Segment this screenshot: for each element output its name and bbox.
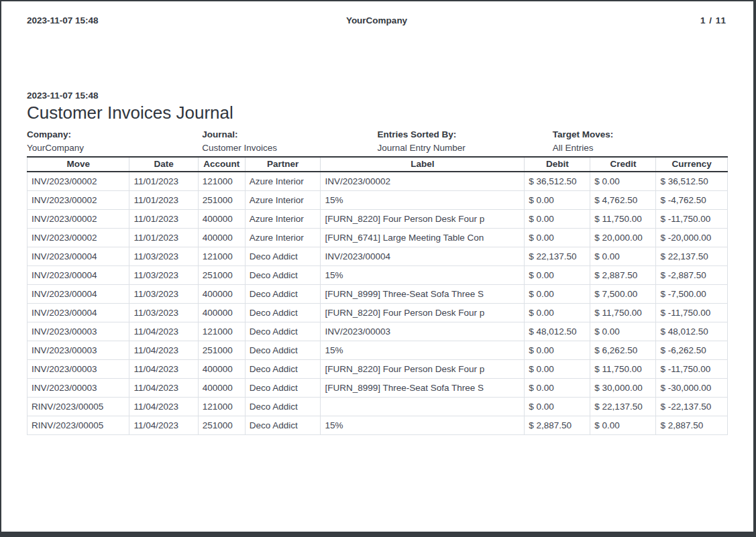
cell-partner: Deco Addict [245, 398, 321, 416]
cell-currency: $ -2,887.50 [656, 266, 728, 285]
cell-label: [FURN_6741] Large Meeting Table Con [321, 229, 525, 247]
cell-currency: $ 2,887.50 [656, 416, 728, 435]
column-header-date: Date [129, 157, 198, 172]
cell-debit: $ 0.00 [525, 191, 590, 210]
cell-account: 251000 [198, 191, 245, 210]
table-row: INV/2023/0000411/03/2023251000Deco Addic… [28, 266, 728, 285]
meta-company-value: YourCompany [27, 143, 202, 153]
meta-journal: Journal: Customer Invoices [202, 129, 377, 153]
cell-currency: $ -30,000.00 [656, 379, 728, 398]
cell-move: INV/2023/00002 [28, 229, 129, 247]
cell-label: INV/2023/00002 [321, 172, 525, 191]
table-row: INV/2023/0000311/04/2023251000Deco Addic… [28, 341, 728, 360]
header-pagination: 1 / 11 [493, 15, 726, 25]
cell-debit: $ 0.00 [525, 210, 590, 229]
report-body: 2023-11-07 15:48 Customer Invoices Journ… [1, 91, 753, 435]
cell-date: 11/04/2023 [129, 322, 198, 341]
cell-partner: Deco Addict [245, 247, 321, 266]
cell-credit: $ 0.00 [590, 322, 656, 341]
cell-currency: $ -4,762.50 [656, 191, 728, 210]
meta-target-moves-label: Target Moves: [553, 129, 728, 139]
cell-credit: $ 2,887.50 [590, 266, 656, 285]
cell-date: 11/03/2023 [129, 285, 198, 304]
cell-label: INV/2023/00004 [321, 247, 525, 266]
cell-currency: $ 48,012.50 [656, 322, 728, 341]
cell-partner: Deco Addict [245, 360, 321, 379]
cell-date: 11/04/2023 [129, 416, 198, 435]
cell-label: 15% [321, 191, 525, 210]
meta-target-moves: Target Moves: All Entries [553, 129, 728, 153]
cell-partner: Deco Addict [245, 285, 321, 304]
meta-sorted-by: Entries Sorted By: Journal Entry Number [378, 129, 553, 153]
cell-account: 400000 [198, 360, 245, 379]
report-running-header: 2023-11-07 15:48 YourCompany 1 / 11 [1, 1, 753, 25]
cell-partner: Azure Interior [245, 229, 321, 247]
cell-account: 251000 [198, 266, 245, 285]
cell-move: INV/2023/00004 [28, 304, 129, 322]
cell-date: 11/01/2023 [129, 229, 198, 247]
cell-currency: $ -20,000.00 [656, 229, 728, 247]
cell-label: [FURN_8999] Three-Seat Sofa Three S [321, 285, 525, 304]
cell-credit: $ 0.00 [590, 416, 656, 435]
cell-account: 121000 [198, 247, 245, 266]
cell-currency: $ -11,750.00 [656, 360, 728, 379]
cell-debit: $ 0.00 [525, 398, 590, 416]
cell-date: 11/01/2023 [129, 210, 198, 229]
cell-move: INV/2023/00003 [28, 360, 129, 379]
cell-move: INV/2023/00004 [28, 266, 129, 285]
cell-move: INV/2023/00004 [28, 247, 129, 266]
cell-move: INV/2023/00002 [28, 210, 129, 229]
table-row: INV/2023/0000311/04/2023400000Deco Addic… [28, 379, 728, 398]
column-header-partner: Partner [245, 157, 321, 172]
cell-credit: $ 30,000.00 [590, 379, 656, 398]
cell-date: 11/01/2023 [129, 191, 198, 210]
cell-account: 400000 [198, 229, 245, 247]
cell-credit: $ 0.00 [590, 247, 656, 266]
cell-currency: $ 36,512.50 [656, 172, 728, 191]
column-header-move: Move [28, 157, 129, 172]
cell-debit: $ 0.00 [525, 266, 590, 285]
meta-company-label: Company: [27, 129, 202, 139]
cell-debit: $ 0.00 [525, 229, 590, 247]
cell-move: INV/2023/00003 [28, 379, 129, 398]
meta-journal-value: Customer Invoices [202, 143, 377, 153]
cell-date: 11/04/2023 [129, 341, 198, 360]
table-row: RINV/2023/0000511/04/2023251000Deco Addi… [28, 416, 728, 435]
cell-account: 251000 [198, 416, 245, 435]
cell-move: INV/2023/00002 [28, 191, 129, 210]
column-header-credit: Credit [590, 157, 656, 172]
column-header-label: Label [321, 157, 525, 172]
table-row: INV/2023/0000211/01/2023251000Azure Inte… [28, 191, 728, 210]
table-row: INV/2023/0000211/01/2023400000Azure Inte… [28, 229, 728, 247]
meta-company: Company: YourCompany [27, 129, 202, 153]
cell-credit: $ 0.00 [590, 172, 656, 191]
cell-label: [FURN_8220] Four Person Desk Four p [321, 360, 525, 379]
header-datetime: 2023-11-07 15:48 [27, 15, 260, 25]
journal-entries-table: MoveDateAccountPartnerLabelDebitCreditCu… [27, 156, 728, 435]
table-row: INV/2023/0000211/01/2023400000Azure Inte… [28, 210, 728, 229]
report-meta: Company: YourCompany Journal: Customer I… [27, 129, 728, 153]
cell-account: 400000 [198, 304, 245, 322]
cell-label: 15% [321, 266, 525, 285]
cell-move: RINV/2023/00005 [28, 398, 129, 416]
cell-account: 121000 [198, 322, 245, 341]
cell-currency: $ -7,500.00 [656, 285, 728, 304]
cell-label: 15% [321, 416, 525, 435]
cell-date: 11/03/2023 [129, 247, 198, 266]
journal-table-body: INV/2023/0000211/01/2023121000Azure Inte… [28, 172, 728, 435]
cell-currency: $ 22,137.50 [656, 247, 728, 266]
cell-partner: Azure Interior [245, 191, 321, 210]
header-company: YourCompany [260, 15, 494, 25]
meta-journal-label: Journal: [202, 129, 377, 139]
meta-sorted-by-value: Journal Entry Number [378, 143, 553, 153]
cell-credit: $ 11,750.00 [590, 304, 656, 322]
cell-move: INV/2023/00003 [28, 322, 129, 341]
cell-move: INV/2023/00002 [28, 172, 129, 191]
table-row: INV/2023/0000211/01/2023121000Azure Inte… [28, 172, 728, 191]
journal-table-head-row: MoveDateAccountPartnerLabelDebitCreditCu… [28, 157, 728, 172]
cell-label: [FURN_8220] Four Person Desk Four p [321, 304, 525, 322]
report-page: 2023-11-07 15:48 YourCompany 1 / 11 2023… [1, 1, 753, 532]
cell-date: 11/03/2023 [129, 266, 198, 285]
cell-debit: $ 0.00 [525, 285, 590, 304]
pdf-viewport: 2023-11-07 15:48 YourCompany 1 / 11 2023… [0, 0, 756, 537]
